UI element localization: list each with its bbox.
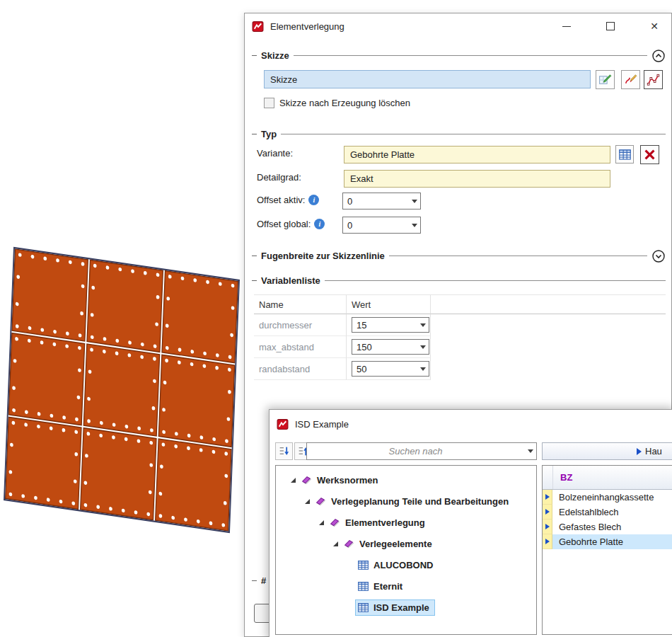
- dropdown-arrow-icon[interactable]: [524, 443, 536, 459]
- book-icon: [343, 538, 355, 550]
- minimize-button[interactable]: [561, 21, 572, 32]
- variable-name: randabstand: [254, 358, 347, 380]
- tree-item-verlegeplanung[interactable]: Verlegeplanung Teile und Bearbeitungen: [276, 490, 536, 512]
- dropdown-arrow-icon[interactable]: [417, 318, 429, 332]
- dropdown-arrow-icon[interactable]: [408, 193, 420, 209]
- list-item[interactable]: Bolzeneinhangkassette: [543, 490, 672, 505]
- section-variablenliste-label: Variablenliste: [261, 275, 320, 286]
- table-icon: [357, 580, 369, 592]
- detailgrad-label: Detailgrad:: [257, 172, 301, 183]
- sketch-edit-button[interactable]: [621, 70, 640, 89]
- sketch-select-button[interactable]: [644, 70, 663, 89]
- info-icon[interactable]: i: [308, 195, 319, 205]
- offset-aktiv-label-row: Offset aktiv: i: [257, 195, 319, 205]
- list-column-header-bar[interactable]: Hau: [542, 442, 672, 460]
- offset-aktiv-label: Offset aktiv:: [257, 195, 305, 205]
- play-arrow-icon: [637, 448, 642, 455]
- section-fugenbreite-label: Fugenbreite zur Skizzenlinie: [261, 251, 385, 261]
- sketch-create-icon: [598, 73, 612, 86]
- list-item[interactable]: Edelstahlblech: [543, 505, 672, 520]
- book-icon: [301, 474, 313, 486]
- maximize-button[interactable]: [605, 21, 616, 32]
- offset-global-label: Offset global:: [257, 219, 311, 229]
- collapse-skizze-button[interactable]: [651, 49, 666, 63]
- variant-list: BZ Bolzeneinhangkassette Edelstahlblech …: [542, 465, 672, 635]
- minimize-icon: [562, 26, 571, 27]
- section-skizze: Skizze: [252, 49, 666, 62]
- tree-item-elementverlegung[interactable]: Elementverlegung: [276, 512, 536, 533]
- dropdown-arrow-icon[interactable]: [417, 362, 429, 376]
- randabstand-combo[interactable]: 50: [352, 361, 429, 377]
- offset-global-combo[interactable]: 0: [342, 217, 421, 234]
- delete-sketch-label: Skizze nach Erzeugung löschen: [279, 98, 410, 108]
- variante-field[interactable]: Gebohrte Platte: [344, 146, 610, 163]
- book-icon: [329, 517, 341, 529]
- app-icon: [252, 21, 264, 33]
- table-row: randabstand 50: [254, 358, 666, 380]
- row-marker-icon: [543, 534, 552, 549]
- section-fugenbreite: Fugenbreite zur Skizzenlinie: [252, 249, 666, 263]
- section-variablenliste: Variablenliste: [252, 274, 666, 287]
- table-header-row: Name Wert: [254, 294, 666, 314]
- delete-sketch-checkbox[interactable]: [264, 98, 274, 108]
- variante-label: Variante:: [257, 148, 293, 159]
- maximize-icon: [606, 22, 615, 30]
- list-item[interactable]: Gefastes Blech: [543, 520, 672, 534]
- dropdown-arrow-icon[interactable]: [408, 217, 420, 233]
- titlebar[interactable]: ISD Example: [270, 410, 672, 438]
- sketch-edit-icon: [624, 73, 637, 86]
- column-header-wert[interactable]: Wert: [347, 294, 431, 314]
- max-abstand-combo[interactable]: 150: [352, 339, 429, 355]
- table-icon: [357, 602, 369, 614]
- durchmesser-combo[interactable]: 15: [352, 317, 429, 333]
- section-bottom-label: #: [261, 575, 266, 586]
- info-icon[interactable]: i: [314, 219, 325, 229]
- expand-fugenbreite-button[interactable]: [651, 249, 666, 263]
- column-header-partial: Hau: [645, 446, 662, 457]
- red-x-icon: [643, 148, 656, 161]
- section-typ: Typ: [252, 127, 666, 141]
- variante-catalog-button[interactable]: [615, 145, 634, 163]
- offset-global-label-row: Offset global: i: [257, 219, 325, 229]
- dropdown-arrow-icon[interactable]: [417, 340, 429, 354]
- sketch-create-button[interactable]: [596, 70, 615, 89]
- tree-expander-icon[interactable]: [287, 478, 299, 483]
- row-marker-icon: [543, 505, 552, 520]
- list-item-selected[interactable]: Gebohrte Platte: [543, 534, 672, 549]
- tree-item-eternit[interactable]: Eternit: [276, 575, 536, 597]
- skizze-input[interactable]: Skizze: [264, 70, 591, 88]
- cad-viewport-panels[interactable]: [0, 0, 255, 637]
- tree-expander-icon[interactable]: [315, 520, 327, 525]
- tree-expander-icon[interactable]: [330, 541, 341, 546]
- section-typ-label: Typ: [261, 129, 277, 139]
- table-icon: [357, 559, 369, 571]
- detailgrad-field[interactable]: Exakt: [344, 170, 610, 188]
- tree-item-isd-example[interactable]: ISD Example: [276, 597, 536, 618]
- list-header-row: BZ: [543, 466, 672, 490]
- window-title: ISD Example: [295, 419, 349, 430]
- close-button[interactable]: ✕: [649, 21, 660, 32]
- variable-name: durchmesser: [254, 314, 347, 336]
- tree-item-alucobond[interactable]: ALUCOBOND: [276, 554, 536, 575]
- book-icon: [315, 495, 327, 507]
- expand-tree-button[interactable]: [275, 442, 293, 460]
- sketch-polyline-icon: [647, 73, 660, 86]
- table-row: max_abstand 150: [254, 336, 666, 358]
- tree-item-werksnormen[interactable]: Werksnormen: [276, 469, 536, 490]
- bz-column-header[interactable]: BZ: [553, 466, 572, 489]
- offset-aktiv-combo[interactable]: 0: [342, 193, 421, 210]
- row-marker-icon: [543, 520, 552, 534]
- titlebar[interactable]: Elementverlegung ✕: [245, 13, 671, 39]
- search-combo[interactable]: Suchen nach: [306, 442, 537, 460]
- app-icon: [277, 418, 289, 430]
- variable-table: Name Wert durchmesser 15 max_abstand 150: [254, 294, 666, 380]
- variante-delete-button[interactable]: [640, 145, 659, 164]
- table-row: durchmesser 15: [254, 314, 666, 336]
- tree-expander-icon[interactable]: [301, 499, 313, 504]
- tree-item-verlegeelemente[interactable]: Verlegeelemente: [276, 533, 536, 554]
- section-skizze-label: Skizze: [261, 50, 289, 61]
- catalog-table-icon: [618, 148, 632, 161]
- column-header-name[interactable]: Name: [254, 294, 347, 314]
- delete-sketch-checkbox-row: Skizze nach Erzeugung löschen: [264, 98, 410, 108]
- expand-tree-icon: [278, 445, 290, 457]
